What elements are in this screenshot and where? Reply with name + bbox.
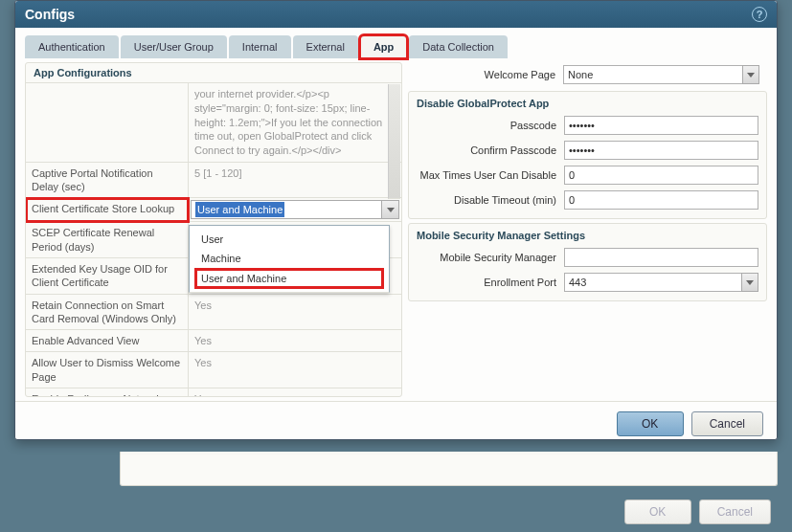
enable-advanced-label: Enable Advanced View: [26, 330, 189, 352]
background-cancel-button: Cancel: [699, 499, 771, 524]
retain-smartcard-label: Retain Connection on Smart Card Removal …: [26, 295, 189, 331]
confirm-passcode-label: Confirm Passcode: [409, 144, 564, 156]
modal-title: Configs: [25, 7, 75, 22]
welcome-page-row: Welcome Page None: [408, 62, 767, 87]
dismiss-welcome-label: Allow User to Dismiss Welcome Page: [26, 352, 189, 388]
max-times-label: Max Times User Can Disable: [409, 169, 564, 181]
msm-port-select[interactable]: 443: [564, 273, 758, 292]
scep-renewal-label: SCEP Certificate Renewal Period (days): [26, 222, 189, 258]
tab-user-group[interactable]: User/User Group: [121, 35, 227, 58]
welcome-page-select[interactable]: None: [563, 65, 759, 84]
rediscover-network-value[interactable]: Yes: [189, 388, 401, 396]
client-cert-lookup-dropdown[interactable]: User and Machine: [191, 200, 399, 219]
panel-title: App Configurations: [26, 63, 401, 82]
client-cert-lookup-cell: User and Machine: [189, 198, 401, 222]
raw-message-label: [26, 83, 189, 163]
background-ok-button: OK: [624, 499, 691, 524]
chevron-down-icon[interactable]: [742, 65, 759, 84]
captive-delay-label: Captive Portal Notification Delay (sec): [26, 163, 189, 199]
rediscover-network-label: Enable Rediscover Network Option: [26, 388, 189, 396]
tab-internal[interactable]: Internal: [229, 35, 291, 58]
passcode-label: Passcode: [409, 120, 564, 131]
app-configurations-panel: App Configurations your internet provide…: [25, 62, 402, 397]
confirm-passcode-field[interactable]: •••••••: [564, 141, 758, 160]
tab-authentication[interactable]: Authentication: [25, 35, 119, 58]
cancel-button[interactable]: Cancel: [691, 411, 763, 436]
configs-modal: Configs ? Authentication User/User Group…: [14, 0, 778, 440]
section-title: Disable GlobalProtect App: [409, 94, 766, 113]
tabs: Authentication User/User Group Internal …: [15, 28, 777, 58]
section-title: Mobile Security Manager Settings: [409, 226, 766, 245]
chevron-down-icon[interactable]: [741, 273, 758, 292]
cert-lookup-dropdown-list: User Machine User and Machine: [189, 225, 390, 293]
eku-oid-label: Extended Key Usage OID for Client Certif…: [26, 258, 189, 295]
dismiss-welcome-value[interactable]: Yes: [189, 352, 401, 388]
scrollbar[interactable]: [388, 84, 400, 199]
tab-data-collection[interactable]: Data Collection: [409, 35, 508, 58]
cert-lookup-option-user-and-machine[interactable]: User and Machine: [195, 269, 383, 288]
client-cert-lookup-label: Client Certificate Store Lookup: [26, 198, 189, 222]
disable-gp-section: Disable GlobalProtect App Passcode••••••…: [408, 91, 767, 219]
client-cert-lookup-selected: User and Machine: [195, 202, 284, 217]
msm-manager-field[interactable]: [564, 248, 758, 267]
enable-advanced-value[interactable]: Yes: [189, 330, 401, 352]
msm-manager-label: Mobile Security Manager: [409, 252, 564, 263]
max-times-field[interactable]: 0: [564, 166, 758, 185]
chevron-down-icon[interactable]: [381, 201, 398, 218]
passcode-field[interactable]: •••••••: [564, 116, 758, 135]
captive-delay-value[interactable]: 5 [1 - 120]: [189, 163, 401, 199]
cert-lookup-option-machine[interactable]: Machine: [195, 249, 383, 268]
msm-port-label: Enrollment Port: [409, 277, 564, 288]
help-icon[interactable]: ?: [752, 7, 767, 22]
msm-section: Mobile Security Manager Settings Mobile …: [408, 223, 767, 301]
config-grid: your internet provider.</p><p style="mar…: [26, 82, 401, 396]
cert-lookup-option-user[interactable]: User: [195, 230, 383, 249]
disable-timeout-field[interactable]: 0: [564, 190, 758, 210]
raw-message-value: your internet provider.</p><p style="mar…: [189, 83, 401, 163]
ok-button[interactable]: OK: [617, 411, 684, 436]
disable-timeout-label: Disable Timeout (min): [409, 194, 564, 206]
tab-external[interactable]: External: [293, 35, 358, 58]
welcome-page-label: Welcome Page: [408, 69, 563, 80]
tab-app[interactable]: App: [360, 35, 407, 58]
retain-smartcard-value[interactable]: Yes: [189, 295, 401, 331]
right-column: Welcome Page None Disable GlobalProtect …: [408, 62, 767, 397]
